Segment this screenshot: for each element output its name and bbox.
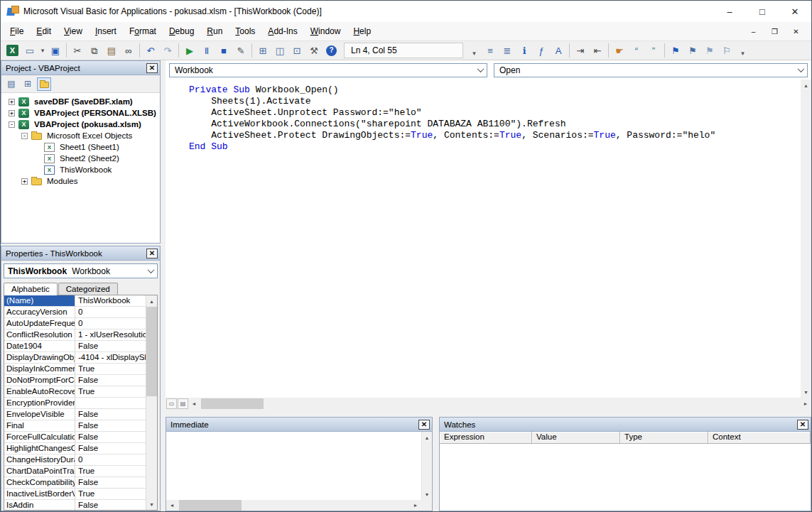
properties-window-button[interactable]: ◫ xyxy=(271,43,288,58)
property-value[interactable]: False xyxy=(75,432,146,442)
clear-all-bookmarks-button[interactable]: ⚐ xyxy=(718,43,735,58)
property-row[interactable]: ForceFullCalculationFalse xyxy=(4,432,146,443)
property-row[interactable]: ConflictResolution1 - xlUserResolutio xyxy=(4,329,146,341)
code-vertical-scrollbar[interactable]: ▲ ▼ xyxy=(801,80,811,398)
minimize-button[interactable]: – xyxy=(713,1,746,22)
menu-item-addins[interactable]: Add-Ins xyxy=(261,23,303,39)
property-value[interactable]: False xyxy=(75,477,146,488)
tab-alphabetic[interactable]: Alphabetic xyxy=(4,283,58,295)
property-row[interactable]: DoNotPromptForConFalse xyxy=(4,375,146,386)
property-value[interactable]: False xyxy=(75,500,146,510)
procedure-dropdown-button[interactable] xyxy=(794,64,807,77)
menu-item-tools[interactable]: Tools xyxy=(229,23,261,39)
property-value[interactable]: True xyxy=(75,386,146,397)
property-row[interactable]: DisplayInkCommentsTrue xyxy=(4,364,146,375)
tree-expander[interactable]: + xyxy=(9,99,15,105)
property-row[interactable]: EnvelopeVisibleFalse xyxy=(4,409,146,420)
menu-item-view[interactable]: View xyxy=(58,23,89,39)
procedure-dropdown[interactable]: Open xyxy=(494,63,808,77)
property-value[interactable]: False xyxy=(75,443,146,454)
cut-button[interactable]: ✂ xyxy=(69,43,86,58)
scroll-down-button[interactable]: ▼ xyxy=(146,499,157,510)
object-dropdown-button[interactable] xyxy=(474,64,487,77)
tree-item[interactable]: -Microsoft Excel Objects xyxy=(1,130,160,141)
toggle-breakpoint-button[interactable]: ☛ xyxy=(611,43,628,58)
properties-panel-close-button[interactable]: ✕ xyxy=(146,249,158,258)
property-value[interactable]: -4104 - xlDisplaySh xyxy=(75,352,146,363)
property-row[interactable]: ChangeHistoryDurat0 xyxy=(4,454,146,466)
property-row[interactable]: ChartDataPointTrackTrue xyxy=(4,466,146,477)
insert-userform-dropdown-button[interactable]: ▾ xyxy=(38,43,47,58)
copy-button[interactable]: ⧉ xyxy=(86,43,103,58)
code-line[interactable]: Sheets(1).Activate xyxy=(189,96,801,107)
project-explorer-button[interactable]: ⊞ xyxy=(254,43,271,58)
immediate-horizontal-scrollbar[interactable]: ◄ ► xyxy=(166,500,432,511)
menu-item-file[interactable]: File xyxy=(4,23,30,39)
mdi-close-button[interactable]: ✕ xyxy=(786,25,806,38)
property-row[interactable]: EnableAutoRecoverTrue xyxy=(4,386,146,398)
immediate-vertical-scrollbar[interactable]: ▲ ▼ xyxy=(421,432,432,500)
code-horizontal-scrollbar[interactable]: ▭ ▤ ◄ ► xyxy=(166,398,811,410)
toggle-folders-button[interactable] xyxy=(37,77,51,91)
insert-userform-button[interactable]: ▭ xyxy=(21,43,38,58)
menu-item-edit[interactable]: Edit xyxy=(30,23,58,39)
property-value[interactable]: 1 - xlUserResolutio xyxy=(75,329,146,340)
property-value[interactable]: False xyxy=(75,409,146,420)
property-row[interactable]: AccuracyVersion0 xyxy=(4,307,146,318)
close-button[interactable]: ✕ xyxy=(779,1,811,22)
watches-column-header-context[interactable]: Context xyxy=(708,432,811,444)
property-value[interactable]: True xyxy=(75,364,146,374)
toolbar-options-button[interactable]: ▾ xyxy=(737,43,748,58)
property-row[interactable]: FinalFalse xyxy=(4,420,146,432)
watches-panel-close-button[interactable]: ✕ xyxy=(797,420,808,430)
tree-item[interactable]: +VBAProject (PERSONAL.XLSB) xyxy=(1,107,160,119)
design-mode-button[interactable]: ✎ xyxy=(232,43,249,58)
bottom-dock-splitter[interactable] xyxy=(166,410,811,417)
find-button[interactable]: ∞ xyxy=(120,43,137,58)
view-microsoft-excel-button[interactable]: X xyxy=(6,45,18,56)
uncomment-block-button[interactable]: ” xyxy=(645,43,662,58)
object-select[interactable]: ThisWorkbook Workbook xyxy=(4,263,158,278)
previous-bookmark-button[interactable]: ⚑ xyxy=(701,43,718,58)
property-value[interactable]: 0 xyxy=(75,307,146,317)
menu-item-debug[interactable]: Debug xyxy=(163,23,200,39)
property-value[interactable] xyxy=(75,398,146,408)
next-bookmark-button[interactable]: ⚑ xyxy=(684,43,701,58)
break-button[interactable]: Ⅱ xyxy=(198,43,215,58)
list-properties-methods-button[interactable]: ≡ xyxy=(482,43,499,58)
complete-word-button[interactable]: A xyxy=(550,43,567,58)
menu-item-format[interactable]: Format xyxy=(123,23,163,39)
watches-column-header-expression[interactable]: Expression xyxy=(440,432,532,444)
list-constants-button[interactable]: ≣ xyxy=(499,43,516,58)
property-row[interactable]: EncryptionProvider xyxy=(4,398,146,409)
scrollbar-track[interactable] xyxy=(422,443,432,489)
code-line[interactable]: ActiveSheet.Protect DrawingObjects:=True… xyxy=(189,130,801,141)
menu-item-run[interactable]: Run xyxy=(200,23,229,39)
watches-column-header-value[interactable]: Value xyxy=(532,432,620,444)
property-value[interactable]: False xyxy=(75,420,146,431)
code-line[interactable]: Private Sub Workbook_Open() xyxy=(189,85,801,96)
tree-expander[interactable]: - xyxy=(21,133,28,139)
dock-splitter-vertical[interactable] xyxy=(161,60,166,511)
property-value[interactable]: 0 xyxy=(75,454,146,465)
watches-content[interactable] xyxy=(440,444,811,511)
toggle-bookmark-button[interactable]: ⚑ xyxy=(667,43,684,58)
property-row[interactable]: (Name)ThisWorkbook xyxy=(4,295,146,307)
property-row[interactable]: AutoUpdateFrequen0 xyxy=(4,318,146,329)
tree-expander[interactable]: + xyxy=(9,110,15,116)
scrollbar-thumb[interactable] xyxy=(179,500,242,511)
code-line[interactable]: ActiveSheet.Unprotect Password:="helo" xyxy=(189,107,801,119)
bottom-panels-splitter[interactable] xyxy=(433,417,439,511)
property-row[interactable]: InactiveListBorderVisTrue xyxy=(4,489,146,500)
property-row[interactable]: Date1904False xyxy=(4,341,146,352)
property-row[interactable]: HighlightChangesOnFalse xyxy=(4,443,146,454)
tree-expander[interactable]: + xyxy=(21,178,28,185)
immediate-panel-close-button[interactable]: ✕ xyxy=(418,420,430,430)
watches-column-header-type[interactable]: Type xyxy=(620,432,708,444)
save-button[interactable]: ▣ xyxy=(47,43,64,58)
scroll-down-button[interactable]: ▼ xyxy=(801,386,811,398)
property-value[interactable]: 0 xyxy=(75,318,146,329)
tab-categorized[interactable]: Categorized xyxy=(58,283,118,295)
property-row[interactable]: IsAddinFalse xyxy=(4,500,146,510)
toolbar-options-button[interactable]: ▾ xyxy=(469,43,480,58)
